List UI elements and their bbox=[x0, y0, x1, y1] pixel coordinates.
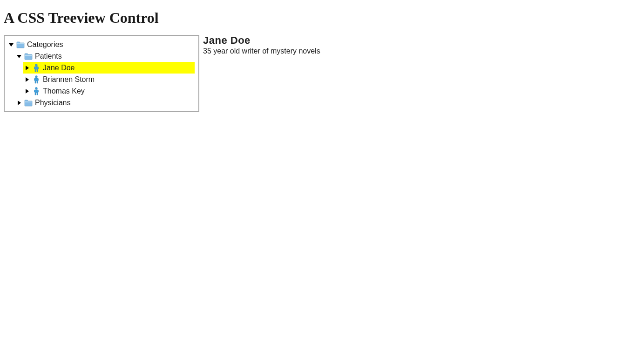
svg-rect-1 bbox=[17, 43, 24, 44]
toggle-collapsed-icon[interactable] bbox=[16, 100, 22, 106]
svg-marker-2 bbox=[17, 55, 21, 58]
toggle-expanded-icon[interactable] bbox=[8, 42, 14, 47]
folder-icon bbox=[24, 98, 33, 107]
svg-point-5 bbox=[35, 64, 38, 66]
svg-marker-10 bbox=[18, 101, 21, 105]
tree-row-physicians[interactable]: Physicians bbox=[15, 97, 195, 108]
tree-row-patient-thomas-key[interactable]: Thomas Key bbox=[23, 85, 195, 97]
tree-label-patient-2: Thomas Key bbox=[43, 85, 85, 97]
tree-row-categories[interactable]: Categories bbox=[7, 39, 195, 50]
toggle-collapsed-icon[interactable] bbox=[24, 88, 30, 94]
details-panel: Jane Doe 35 year old writer of mystery n… bbox=[203, 35, 320, 55]
tree-label-patient-0: Jane Doe bbox=[43, 62, 75, 74]
person-icon bbox=[32, 87, 41, 96]
page-title: A CSS Treeview Control bbox=[4, 9, 640, 27]
tree-label-patient-1: Briannen Storm bbox=[43, 74, 95, 85]
tree-row-patient-briannen-storm[interactable]: Briannen Storm bbox=[23, 74, 195, 85]
tree-node-patients[interactable]: Patients bbox=[15, 50, 195, 97]
person-icon bbox=[32, 75, 41, 84]
svg-point-9 bbox=[35, 87, 38, 89]
tree-label-physicians: Physicians bbox=[35, 97, 70, 108]
toggle-expanded-icon[interactable] bbox=[16, 54, 22, 59]
toggle-collapsed-icon[interactable] bbox=[24, 65, 30, 71]
folder-icon bbox=[24, 52, 33, 61]
tree-label-patients: Patients bbox=[35, 50, 62, 62]
tree-label-categories: Categories bbox=[27, 39, 63, 50]
svg-rect-3 bbox=[25, 55, 32, 56]
folder-icon bbox=[16, 40, 25, 49]
person-icon bbox=[32, 63, 41, 73]
svg-point-7 bbox=[35, 75, 38, 78]
tree-row-patients[interactable]: Patients bbox=[15, 50, 195, 62]
tree-row-patient-jane-doe[interactable]: Jane Doe bbox=[23, 62, 195, 74]
details-description: 35 year old writer of mystery novels bbox=[203, 47, 320, 55]
tree-node-categories[interactable]: Categories bbox=[7, 39, 195, 108]
toggle-collapsed-icon[interactable] bbox=[24, 77, 30, 82]
svg-marker-6 bbox=[26, 77, 29, 82]
svg-rect-11 bbox=[25, 101, 32, 102]
tree-node-patient-briannen-storm[interactable]: Briannen Storm bbox=[23, 74, 195, 85]
tree-node-physicians[interactable]: Physicians bbox=[15, 97, 195, 108]
svg-marker-8 bbox=[26, 89, 29, 94]
treeview: Categories bbox=[4, 35, 199, 112]
svg-marker-0 bbox=[9, 43, 14, 47]
tree-node-patient-jane-doe[interactable]: Jane Doe bbox=[23, 62, 195, 74]
tree-root-list: Categories bbox=[7, 39, 195, 108]
main-row: Categories bbox=[4, 35, 640, 112]
details-title: Jane Doe bbox=[203, 35, 320, 46]
svg-marker-4 bbox=[26, 66, 29, 70]
tree-node-patient-thomas-key[interactable]: Thomas Key bbox=[23, 85, 195, 97]
